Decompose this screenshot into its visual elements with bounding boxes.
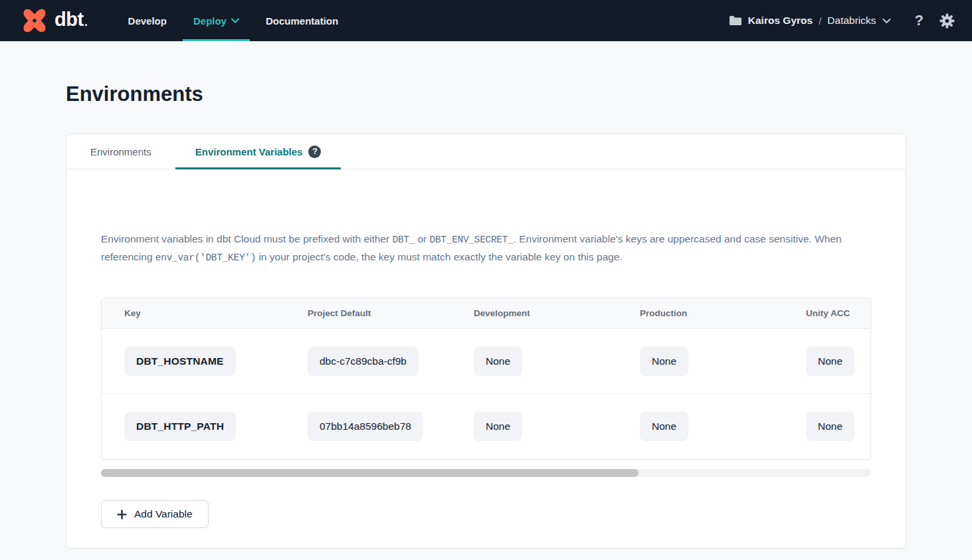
gear-icon[interactable] bbox=[939, 13, 955, 29]
column-header-unity-acc: Unity ACC bbox=[806, 308, 870, 318]
code-snippet: DBT_ bbox=[393, 234, 415, 245]
development-cell[interactable]: None bbox=[474, 412, 522, 441]
add-variable-label: Add Variable bbox=[134, 508, 193, 520]
tab-environment-variables[interactable]: Environment Variables ? bbox=[175, 134, 341, 169]
project-picker[interactable]: Kairos Gyros / Databricks bbox=[729, 15, 891, 27]
tab-bar: Environments Environment Variables ? bbox=[66, 134, 906, 169]
chevron-down-icon bbox=[882, 18, 891, 24]
nav-item-label: Deploy bbox=[193, 15, 227, 27]
help-circle-icon[interactable]: ? bbox=[308, 145, 321, 158]
code-snippet: env_var('DBT_KEY') bbox=[155, 252, 256, 263]
chevron-down-icon bbox=[231, 18, 239, 23]
page-title: Environments bbox=[66, 82, 906, 106]
variable-key-cell[interactable]: DBT_HOSTNAME bbox=[124, 347, 236, 376]
table-row: DBT_HOSTNAME dbc-c7c89cba-cf9b None None… bbox=[102, 329, 870, 394]
project-name: Databricks bbox=[827, 15, 876, 27]
variable-key-cell[interactable]: DBT_HTTP_PATH bbox=[124, 412, 236, 441]
horizontal-scrollbar-track[interactable] bbox=[101, 469, 871, 477]
column-header-production: Production bbox=[640, 308, 806, 318]
dbt-logo[interactable]: dbt bbox=[20, 0, 87, 41]
folder-icon bbox=[729, 15, 742, 26]
tab-environments[interactable]: Environments bbox=[66, 134, 175, 169]
table-header-row: Key Project Default Development Producti… bbox=[102, 298, 870, 329]
environments-card: Environments Environment Variables ? Env… bbox=[66, 134, 906, 549]
table-row: DBT_HTTP_PATH 07bb14a8596beb78 None None… bbox=[102, 394, 870, 459]
page-content: Environments Environments Environment Va… bbox=[0, 82, 972, 549]
column-header-key: Key bbox=[124, 308, 308, 318]
description-segment: in your project's code, the key must mat… bbox=[256, 251, 623, 262]
description-segment: Environment variables in dbt Cloud must … bbox=[101, 233, 393, 244]
production-cell[interactable]: None bbox=[640, 412, 688, 441]
tab-label: Environment Variables bbox=[195, 146, 303, 157]
tab-panel: Environment variables in dbt Cloud must … bbox=[66, 231, 906, 548]
dbt-logo-icon bbox=[20, 6, 49, 35]
unity-acc-cell[interactable]: None bbox=[806, 347, 854, 376]
top-navbar: dbt Develop Deploy Documentation Kairos … bbox=[0, 0, 972, 41]
nav-item-deploy[interactable]: Deploy bbox=[183, 0, 250, 41]
account-name: Kairos Gyros bbox=[748, 15, 813, 27]
unity-acc-cell[interactable]: None bbox=[806, 412, 854, 441]
dbt-wordmark: dbt bbox=[54, 9, 87, 31]
description-text: Environment variables in dbt Cloud must … bbox=[101, 231, 871, 266]
breadcrumb-separator: / bbox=[819, 15, 821, 27]
development-cell[interactable]: None bbox=[474, 347, 522, 376]
column-header-project-default: Project Default bbox=[308, 308, 474, 318]
code-snippet: DBT_ENV_SECRET_ bbox=[430, 234, 514, 245]
main-nav: Develop Deploy Documentation bbox=[118, 0, 349, 41]
navbar-right: Kairos Gyros / Databricks ? bbox=[729, 0, 955, 41]
nav-item-develop[interactable]: Develop bbox=[118, 0, 177, 41]
project-default-cell[interactable]: 07bb14a8596beb78 bbox=[308, 412, 423, 441]
nav-item-label: Develop bbox=[128, 15, 167, 27]
variables-table: Key Project Default Development Producti… bbox=[101, 298, 871, 460]
production-cell[interactable]: None bbox=[640, 347, 688, 376]
nav-item-documentation[interactable]: Documentation bbox=[255, 0, 349, 41]
tab-label: Environments bbox=[90, 146, 151, 157]
nav-item-label: Documentation bbox=[266, 15, 338, 27]
horizontal-scrollbar-thumb[interactable] bbox=[101, 469, 638, 477]
plus-icon bbox=[117, 510, 127, 519]
help-icon[interactable]: ? bbox=[915, 13, 923, 28]
description-segment: or bbox=[415, 233, 429, 244]
add-variable-button[interactable]: Add Variable bbox=[101, 500, 209, 528]
project-default-cell[interactable]: dbc-c7c89cba-cf9b bbox=[308, 347, 419, 376]
column-header-development: Development bbox=[474, 308, 640, 318]
